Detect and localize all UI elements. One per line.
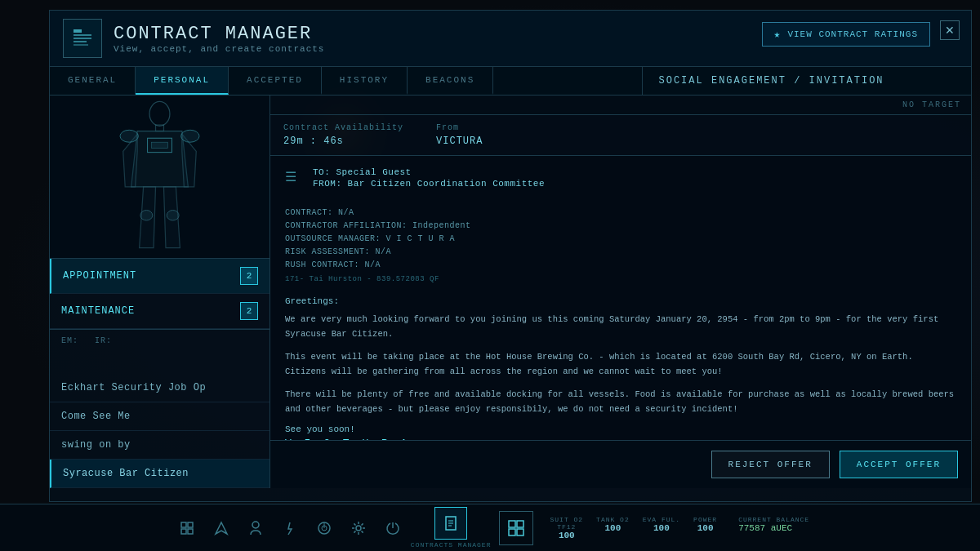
msg-outsource: OUTSOURCE MANAGER: V I C T U R A — [285, 233, 956, 246]
reject-offer-button[interactable]: REJECT OFFER — [711, 451, 830, 478]
svg-point-10 — [167, 211, 179, 220]
svg-rect-15 — [181, 529, 186, 534]
message-header: TO: Special Guest FROM: Bar Citizen Coor… — [313, 167, 545, 197]
category-items: Appointment 2 Maintenance 2 EM: IR: — [50, 259, 270, 374]
bottom-icon-character[interactable] — [239, 512, 272, 544]
bottom-icon-map[interactable] — [171, 512, 203, 544]
em-ir-row: EM: IR: — [50, 329, 270, 352]
msg-details: CONTRACT: N/A CONTRACTOR AFFILIATION: In… — [285, 207, 956, 285]
contract-meta: Contract Availability 29m : 46s From VIC… — [270, 115, 971, 156]
tab-beacons[interactable]: BEACONS — [408, 67, 493, 95]
left-panel: Appointment 2 Maintenance 2 EM: IR: Eckh… — [50, 96, 270, 488]
bottom-icon-power[interactable] — [274, 512, 306, 544]
bottom-icon-wrap-2 — [239, 512, 272, 544]
svg-rect-29 — [517, 521, 523, 527]
right-panel-header: NO TARGET — [270, 96, 971, 115]
stat-tank-o2: TANK O2 100 — [596, 516, 630, 540]
svg-point-22 — [356, 526, 361, 531]
message-body: ☰ TO: Special Guest FROM: Bar Citizen Co… — [270, 156, 971, 440]
svg-point-9 — [140, 211, 153, 220]
bottom-icon-power2[interactable] — [376, 512, 409, 544]
svg-point-18 — [252, 522, 259, 528]
action-row: REJECT OFFER ACCEPT OFFER — [270, 440, 971, 488]
category-maintenance[interactable]: Maintenance 2 — [50, 294, 270, 329]
svg-rect-13 — [181, 522, 186, 527]
tab-spacer — [493, 67, 642, 95]
app-subtitle: View, accept, and create contracts — [114, 44, 324, 54]
msg-greeting: Greetings: — [285, 296, 956, 306]
contract-item-0[interactable]: Eckhart Security Job Op — [50, 374, 270, 402]
svg-rect-30 — [509, 529, 515, 535]
msg-to: TO: Special Guest — [313, 167, 545, 177]
bottom-icon-contracts[interactable] — [434, 507, 467, 540]
svg-rect-28 — [509, 521, 515, 527]
header-text: Contract Manager View, accept, and creat… — [114, 24, 324, 54]
from-meta: From VICTURA — [436, 123, 483, 147]
msg-risk: RISK ASSESSMENT: N/A — [285, 246, 956, 259]
grid-icon[interactable] — [499, 511, 533, 545]
bottom-icon-nav[interactable] — [205, 512, 238, 544]
tab-general[interactable]: GENERAL — [50, 67, 136, 95]
availability-meta: Contract Availability 29m : 46s — [283, 123, 403, 147]
svg-point-11 — [120, 130, 138, 142]
bottom-icon-wrap-5 — [342, 512, 375, 544]
em-label: EM: — [61, 336, 78, 345]
tab-history[interactable]: HISTORY — [322, 67, 408, 95]
bottom-icon-settings[interactable] — [342, 512, 375, 544]
bottom-icon-wrap-3 — [274, 512, 306, 544]
close-button[interactable]: ✕ — [940, 20, 960, 40]
svg-point-5 — [149, 101, 170, 126]
bottom-icon-wrap-1 — [205, 512, 238, 544]
right-panel: NO TARGET Contract Availability 29m : 46… — [270, 96, 971, 488]
no-target-label: NO TARGET — [902, 100, 961, 109]
msg-p2: This event will be taking place at the H… — [285, 350, 956, 380]
svg-point-12 — [181, 130, 199, 142]
contract-item-3[interactable]: Syracuse Bar Citizen — [50, 460, 270, 488]
category-appointment[interactable]: Appointment 2 — [50, 259, 270, 294]
contract-item-1[interactable]: Come See Me — [50, 402, 270, 431]
contract-manager-modal: Contract Manager View, accept, and creat… — [49, 10, 972, 502]
tabs-row: GENERAL PERSONAL ACCEPTED HISTORY BEACON… — [50, 67, 971, 96]
svg-rect-14 — [188, 522, 193, 527]
svg-rect-2 — [74, 38, 91, 39]
accept-offer-button[interactable]: ACCEPT OFFER — [840, 451, 958, 478]
svg-rect-0 — [74, 29, 82, 33]
character-avatar — [50, 96, 270, 258]
view-ratings-button[interactable]: ★ View Contract Ratings — [762, 22, 930, 47]
msg-p3: There will be plenty of free and availab… — [285, 388, 956, 417]
star-icon: ★ — [774, 28, 782, 41]
stats-section: SUIT O2 TF12 100 TANK O2 100 EVA FUL. 10… — [550, 516, 809, 540]
tab-personal[interactable]: PERSONAL — [136, 67, 229, 95]
stat-eva-fuel: EVA FUL. 100 — [643, 516, 680, 540]
avatar-section — [50, 96, 270, 259]
app-icon — [63, 19, 102, 58]
msg-transmit: 171- Tai Hurston - 839.572083 QF — [285, 273, 956, 285]
balance-section: CURRENT BALANCE 77587 aUEC — [738, 516, 809, 540]
msg-p1: We are very much looking forward to you … — [285, 313, 956, 342]
message-icon: ☰ — [285, 169, 296, 197]
msg-from: FROM: Bar Citizen Coordination Committee — [313, 179, 545, 189]
bottom-icons: CONTRACTS MANAGER — [171, 507, 492, 549]
app-title: Contract Manager — [114, 24, 324, 44]
bottom-icon-wrap-0 — [171, 512, 203, 544]
tab-accepted[interactable]: ACCEPTED — [229, 67, 322, 95]
msg-rush: RUSH CONTRACT: N/A — [285, 259, 956, 272]
content-area: Appointment 2 Maintenance 2 EM: IR: Eckh… — [50, 96, 971, 488]
svg-rect-1 — [74, 34, 91, 36]
bottom-icon-radar[interactable] — [308, 512, 341, 544]
contract-item-2[interactable]: swing on by — [50, 431, 270, 460]
bottom-bar: CONTRACTS MANAGER SUIT O2 TF12 100 TANK … — [0, 504, 980, 551]
bottom-icon-wrap-7: CONTRACTS MANAGER — [411, 507, 492, 549]
bottom-icon-wrap-6 — [376, 512, 409, 544]
svg-rect-8 — [152, 142, 168, 148]
msg-sign-off: See you soon! — [285, 424, 956, 434]
modal-header: Contract Manager View, accept, and creat… — [50, 11, 971, 67]
stat-power: POWER 100 — [693, 516, 717, 540]
svg-rect-31 — [517, 529, 523, 535]
msg-affiliation: CONTRACTOR AFFILIATION: Independent — [285, 220, 956, 233]
msg-contract: CONTRACT: N/A — [285, 207, 956, 220]
contract-list: Eckhart Security Job Op Come See Me swin… — [50, 374, 270, 489]
contracts-manager-label: CONTRACTS MANAGER — [411, 541, 492, 549]
ir-label: IR: — [95, 336, 112, 345]
svg-marker-17 — [216, 522, 227, 534]
